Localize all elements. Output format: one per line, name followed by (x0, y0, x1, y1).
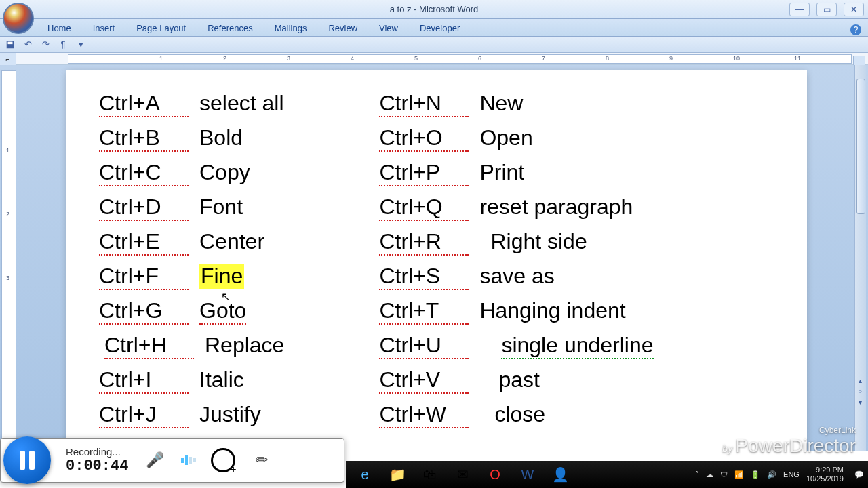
shortcut-desc: Font (199, 195, 243, 220)
shortcut-key: Ctrl+E (99, 229, 194, 254)
opera-icon[interactable]: O (480, 463, 510, 486)
screen-recorder-panel: Recording... 0:00:44 🎤 ✏ (0, 438, 344, 483)
shortcut-key: Ctrl+P (379, 160, 474, 185)
ruler-tick: 11 (794, 55, 801, 62)
volume-meter (181, 455, 196, 465)
next-page-icon[interactable]: ▾ (856, 399, 864, 407)
tab-review[interactable]: Review (319, 20, 367, 36)
shortcut-row: Ctrl+CCopy (99, 160, 284, 185)
shortcut-desc: Open (479, 125, 532, 150)
title-bar: a to z - Microsoft Word — ▭ ✕ (0, 0, 868, 19)
shortcut-key: Ctrl+U (379, 333, 474, 358)
svg-rect-1 (8, 41, 13, 44)
horizontal-ruler[interactable]: 1 2 3 4 5 6 7 8 9 10 11 (68, 54, 852, 64)
shortcut-desc: close (494, 402, 545, 427)
pilcrow-icon[interactable]: ¶ (57, 39, 69, 51)
file-explorer-icon[interactable]: 📁 (382, 463, 412, 486)
shortcut-key: Ctrl+V (379, 367, 474, 392)
tab-mailings[interactable]: Mailings (265, 20, 317, 36)
shortcut-row: Ctrl+THanging indent (379, 298, 653, 323)
ruler-tick: 1 (159, 55, 163, 62)
scrollbar-thumb[interactable] (856, 79, 865, 214)
windows-taskbar: e 📁 🛍 ✉ O W 👤 ˄ ☁ 🛡 📶 🔋 🔊 ENG 9:29 PM 10… (346, 461, 868, 488)
browse-object-icon[interactable]: ○ (856, 388, 864, 396)
clock[interactable]: 9:29 PM 10/25/2019 (806, 466, 848, 483)
mail-icon[interactable]: ✉ (448, 463, 477, 486)
volume-icon[interactable]: 🔊 (767, 470, 776, 479)
shortcut-desc: Copy (199, 160, 250, 185)
tab-page-layout[interactable]: Page Layout (127, 20, 195, 36)
shortcut-row: Ctrl+HReplace (99, 333, 284, 358)
shortcut-desc: Hanging indent (479, 298, 625, 323)
shortcut-desc: single underline (501, 333, 653, 358)
ruler-tick: 8 (606, 55, 609, 62)
security-icon[interactable]: 🛡 (720, 470, 728, 479)
save-icon[interactable] (4, 39, 16, 51)
wifi-icon[interactable]: 📶 (734, 470, 744, 479)
shortcut-key: Ctrl+F (99, 264, 194, 289)
ruler-tick: 9 (669, 55, 673, 62)
shortcut-key: Ctrl+J (99, 402, 194, 427)
tab-home[interactable]: Home (38, 20, 81, 36)
vruler-tick: 3 (6, 274, 9, 281)
tray-chevron-icon[interactable]: ˄ (695, 470, 699, 479)
notifications-icon[interactable]: 💬 (854, 470, 864, 479)
word-icon[interactable]: W (513, 463, 542, 486)
vertical-ruler[interactable]: 1 2 3 (1, 70, 16, 446)
tab-references[interactable]: References (198, 20, 262, 36)
ruler-tick: 10 (733, 55, 740, 62)
onedrive-icon[interactable]: ☁ (706, 470, 713, 479)
shortcut-key: Ctrl+N (379, 91, 474, 116)
shortcut-key: Ctrl+C (99, 160, 194, 185)
shortcut-desc: Fine (199, 264, 244, 289)
clock-time: 9:29 PM (806, 466, 844, 474)
watermark: CyberLink by PowerDirector (722, 426, 856, 457)
annotation-pen-icon[interactable]: ✏ (250, 449, 273, 472)
shortcut-key: Ctrl+G (99, 298, 194, 323)
webcam-toggle-icon[interactable] (211, 448, 235, 472)
edge-icon[interactable]: e (350, 463, 380, 486)
tab-view[interactable]: View (370, 20, 408, 36)
minimize-button[interactable]: — (789, 3, 810, 16)
prev-page-icon[interactable]: ▴ (856, 377, 864, 385)
shortcut-row: Ctrl+Ssave as (379, 264, 653, 289)
qat-dropdown-icon[interactable]: ▾ (75, 39, 87, 51)
shortcut-desc: Right side (490, 229, 587, 254)
pause-recording-button[interactable] (3, 436, 51, 484)
tab-developer[interactable]: Developer (410, 20, 469, 36)
shortcut-row: Ctrl+ECenter (99, 229, 284, 254)
shortcut-key: Ctrl+O (379, 125, 474, 150)
microphone-icon[interactable]: 🎤 (143, 449, 166, 472)
horizontal-ruler-row: ⌐ 1 2 3 4 5 6 7 8 9 10 11 (0, 53, 868, 65)
shortcut-row: Ctrl+Vpast (379, 367, 653, 392)
shortcut-row: Ctrl+Aselect all (99, 91, 284, 116)
tab-selector[interactable]: ⌐ (0, 53, 16, 65)
language-indicator[interactable]: ENG (783, 470, 800, 479)
shortcut-key: Ctrl+W (379, 402, 474, 427)
shortcut-row: Ctrl+GGoto (99, 298, 284, 323)
shortcut-row: Ctrl+PPrint (379, 160, 653, 185)
shortcut-key: Ctrl+R (379, 229, 474, 254)
document-page[interactable]: Ctrl+Aselect all Ctrl+BBold Ctrl+CCopy C… (66, 70, 807, 451)
left-column: Ctrl+Aselect all Ctrl+BBold Ctrl+CCopy C… (99, 91, 284, 427)
redo-icon[interactable]: ↷ (39, 39, 52, 51)
shortcut-key: Ctrl+T (379, 298, 474, 323)
office-button[interactable] (3, 3, 34, 34)
store-icon[interactable]: 🛍 (415, 463, 445, 486)
shortcut-key: Ctrl+I (99, 367, 194, 392)
shortcut-desc: reset paragraph (479, 195, 633, 220)
help-icon[interactable]: ? (850, 24, 861, 35)
vruler-tick: 2 (6, 211, 9, 218)
battery-icon[interactable]: 🔋 (751, 470, 760, 479)
watermark-brand: PowerDirector (736, 435, 856, 456)
right-column: Ctrl+NNew Ctrl+OOpen Ctrl+PPrint Ctrl+Qr… (379, 91, 653, 427)
window-title: a to z - Microsoft Word (390, 4, 479, 14)
close-button[interactable]: ✕ (844, 3, 864, 16)
undo-icon[interactable]: ↶ (22, 39, 34, 51)
shortcut-desc: Center (199, 229, 264, 254)
clock-date: 10/25/2019 (806, 474, 844, 483)
maximize-button[interactable]: ▭ (816, 3, 837, 16)
people-icon[interactable]: 👤 (545, 463, 575, 486)
tab-insert[interactable]: Insert (83, 20, 125, 36)
shortcut-row: Ctrl+JJustify (99, 402, 284, 427)
